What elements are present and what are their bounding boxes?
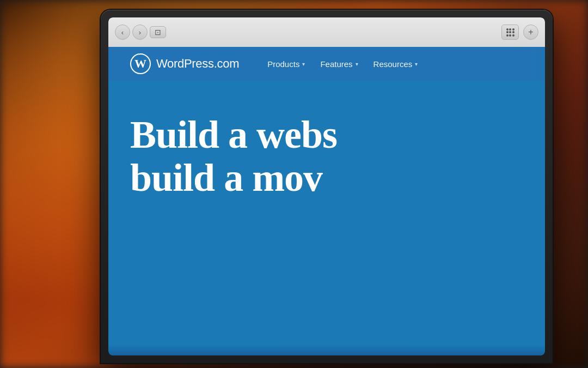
resources-chevron-icon: ▾ [415, 61, 418, 67]
tab-icon: ⊡ [155, 28, 161, 37]
tab-grid-button[interactable] [501, 25, 519, 40]
wp-hero: Build a webs build a mov [108, 81, 545, 200]
bottom-cut-overlay [108, 345, 545, 355]
forward-button[interactable]: › [132, 25, 148, 40]
nav-features-label: Features [320, 59, 352, 69]
back-icon: ‹ [121, 28, 124, 37]
wp-logo-symbol: W [134, 57, 146, 71]
screen-bezel: ‹ › ⊡ [108, 17, 545, 355]
website-content: W WordPress.com Products ▾ Features ▾ Re… [108, 47, 545, 355]
wp-logo[interactable]: W WordPress.com [130, 53, 239, 74]
products-chevron-icon: ▾ [302, 61, 305, 67]
nav-products-label: Products [267, 59, 299, 69]
wp-nav-links: Products ▾ Features ▾ Resources ▾ [267, 59, 418, 69]
nav-item-features[interactable]: Features ▾ [320, 59, 358, 69]
hero-title: Build a webs build a mov [130, 113, 523, 200]
wp-logo-circle: W [130, 53, 151, 74]
laptop-shell: ‹ › ⊡ [101, 10, 553, 363]
features-chevron-icon: ▾ [356, 61, 358, 67]
back-button[interactable]: ‹ [115, 25, 130, 40]
browser-chrome: ‹ › ⊡ [108, 17, 545, 47]
new-tab-button[interactable]: + [523, 25, 538, 40]
hero-line-2: build a mov [130, 156, 523, 200]
nav-resources-label: Resources [373, 59, 413, 69]
wp-logo-text: WordPress.com [156, 57, 239, 71]
forward-icon: › [139, 28, 141, 37]
wp-navbar: W WordPress.com Products ▾ Features ▾ Re… [108, 47, 545, 81]
plus-icon: + [528, 27, 533, 37]
browser-tabs-right: + [501, 25, 538, 40]
nav-item-resources[interactable]: Resources ▾ [373, 59, 418, 69]
right-fade-overlay [512, 47, 545, 355]
nav-item-products[interactable]: Products ▾ [267, 59, 305, 69]
browser-nav: ‹ › ⊡ [115, 25, 166, 40]
tab-view-button[interactable]: ⊡ [150, 26, 166, 38]
grid-icon [506, 28, 514, 37]
hero-line-1: Build a webs [130, 113, 337, 156]
